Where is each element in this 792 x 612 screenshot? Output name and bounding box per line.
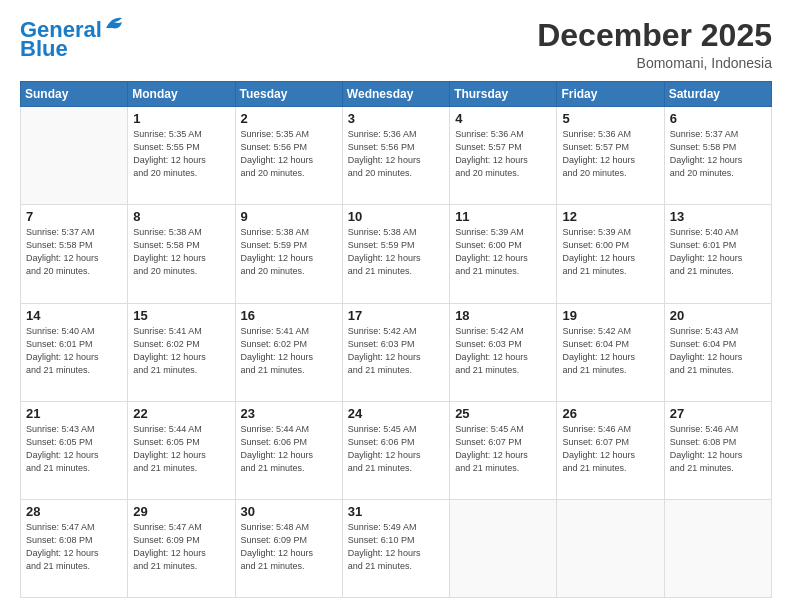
logo-bird-icon: [104, 14, 126, 34]
calendar-cell: 8Sunrise: 5:38 AM Sunset: 5:58 PM Daylig…: [128, 205, 235, 303]
day-info: Sunrise: 5:41 AM Sunset: 6:02 PM Dayligh…: [241, 325, 337, 377]
day-info: Sunrise: 5:36 AM Sunset: 5:56 PM Dayligh…: [348, 128, 444, 180]
day-number: 4: [455, 111, 551, 126]
day-header-saturday: Saturday: [664, 82, 771, 107]
day-info: Sunrise: 5:36 AM Sunset: 5:57 PM Dayligh…: [455, 128, 551, 180]
calendar-cell: 7Sunrise: 5:37 AM Sunset: 5:58 PM Daylig…: [21, 205, 128, 303]
calendar-cell: 24Sunrise: 5:45 AM Sunset: 6:06 PM Dayli…: [342, 401, 449, 499]
calendar-cell: 20Sunrise: 5:43 AM Sunset: 6:04 PM Dayli…: [664, 303, 771, 401]
calendar-cell: 10Sunrise: 5:38 AM Sunset: 5:59 PM Dayli…: [342, 205, 449, 303]
day-number: 5: [562, 111, 658, 126]
calendar-cell: 3Sunrise: 5:36 AM Sunset: 5:56 PM Daylig…: [342, 107, 449, 205]
calendar-cell: 12Sunrise: 5:39 AM Sunset: 6:00 PM Dayli…: [557, 205, 664, 303]
day-info: Sunrise: 5:40 AM Sunset: 6:01 PM Dayligh…: [670, 226, 766, 278]
day-info: Sunrise: 5:38 AM Sunset: 5:58 PM Dayligh…: [133, 226, 229, 278]
location: Bomomani, Indonesia: [537, 55, 772, 71]
day-header-wednesday: Wednesday: [342, 82, 449, 107]
calendar-cell: 15Sunrise: 5:41 AM Sunset: 6:02 PM Dayli…: [128, 303, 235, 401]
calendar-cell: 2Sunrise: 5:35 AM Sunset: 5:56 PM Daylig…: [235, 107, 342, 205]
day-number: 14: [26, 308, 122, 323]
day-number: 23: [241, 406, 337, 421]
day-info: Sunrise: 5:42 AM Sunset: 6:03 PM Dayligh…: [348, 325, 444, 377]
day-number: 21: [26, 406, 122, 421]
header: General Blue December 2025 Bomomani, Ind…: [20, 18, 772, 71]
calendar-cell: [557, 499, 664, 597]
day-info: Sunrise: 5:46 AM Sunset: 6:08 PM Dayligh…: [670, 423, 766, 475]
week-row-5: 28Sunrise: 5:47 AM Sunset: 6:08 PM Dayli…: [21, 499, 772, 597]
week-row-2: 7Sunrise: 5:37 AM Sunset: 5:58 PM Daylig…: [21, 205, 772, 303]
week-row-4: 21Sunrise: 5:43 AM Sunset: 6:05 PM Dayli…: [21, 401, 772, 499]
day-info: Sunrise: 5:37 AM Sunset: 5:58 PM Dayligh…: [26, 226, 122, 278]
calendar-cell: 23Sunrise: 5:44 AM Sunset: 6:06 PM Dayli…: [235, 401, 342, 499]
day-number: 24: [348, 406, 444, 421]
day-number: 25: [455, 406, 551, 421]
calendar-cell: 18Sunrise: 5:42 AM Sunset: 6:03 PM Dayli…: [450, 303, 557, 401]
day-info: Sunrise: 5:44 AM Sunset: 6:05 PM Dayligh…: [133, 423, 229, 475]
day-number: 20: [670, 308, 766, 323]
day-number: 30: [241, 504, 337, 519]
calendar-cell: 21Sunrise: 5:43 AM Sunset: 6:05 PM Dayli…: [21, 401, 128, 499]
page: General Blue December 2025 Bomomani, Ind…: [0, 0, 792, 612]
day-number: 15: [133, 308, 229, 323]
day-number: 12: [562, 209, 658, 224]
calendar-cell: 9Sunrise: 5:38 AM Sunset: 5:59 PM Daylig…: [235, 205, 342, 303]
calendar-header-row: SundayMondayTuesdayWednesdayThursdayFrid…: [21, 82, 772, 107]
day-info: Sunrise: 5:37 AM Sunset: 5:58 PM Dayligh…: [670, 128, 766, 180]
calendar-body: 1Sunrise: 5:35 AM Sunset: 5:55 PM Daylig…: [21, 107, 772, 598]
calendar-table: SundayMondayTuesdayWednesdayThursdayFrid…: [20, 81, 772, 598]
day-info: Sunrise: 5:45 AM Sunset: 6:07 PM Dayligh…: [455, 423, 551, 475]
day-number: 13: [670, 209, 766, 224]
calendar-cell: 28Sunrise: 5:47 AM Sunset: 6:08 PM Dayli…: [21, 499, 128, 597]
logo: General Blue: [20, 18, 126, 60]
calendar-cell: 27Sunrise: 5:46 AM Sunset: 6:08 PM Dayli…: [664, 401, 771, 499]
day-info: Sunrise: 5:46 AM Sunset: 6:07 PM Dayligh…: [562, 423, 658, 475]
calendar-cell: 5Sunrise: 5:36 AM Sunset: 5:57 PM Daylig…: [557, 107, 664, 205]
day-info: Sunrise: 5:41 AM Sunset: 6:02 PM Dayligh…: [133, 325, 229, 377]
day-number: 17: [348, 308, 444, 323]
day-number: 28: [26, 504, 122, 519]
day-info: Sunrise: 5:49 AM Sunset: 6:10 PM Dayligh…: [348, 521, 444, 573]
day-number: 29: [133, 504, 229, 519]
day-info: Sunrise: 5:47 AM Sunset: 6:08 PM Dayligh…: [26, 521, 122, 573]
day-info: Sunrise: 5:38 AM Sunset: 5:59 PM Dayligh…: [241, 226, 337, 278]
day-header-monday: Monday: [128, 82, 235, 107]
day-info: Sunrise: 5:47 AM Sunset: 6:09 PM Dayligh…: [133, 521, 229, 573]
calendar-cell: 16Sunrise: 5:41 AM Sunset: 6:02 PM Dayli…: [235, 303, 342, 401]
day-info: Sunrise: 5:38 AM Sunset: 5:59 PM Dayligh…: [348, 226, 444, 278]
day-info: Sunrise: 5:45 AM Sunset: 6:06 PM Dayligh…: [348, 423, 444, 475]
day-info: Sunrise: 5:42 AM Sunset: 6:03 PM Dayligh…: [455, 325, 551, 377]
calendar-cell: [21, 107, 128, 205]
calendar-cell: 13Sunrise: 5:40 AM Sunset: 6:01 PM Dayli…: [664, 205, 771, 303]
day-number: 22: [133, 406, 229, 421]
calendar-cell: 6Sunrise: 5:37 AM Sunset: 5:58 PM Daylig…: [664, 107, 771, 205]
day-info: Sunrise: 5:40 AM Sunset: 6:01 PM Dayligh…: [26, 325, 122, 377]
day-info: Sunrise: 5:43 AM Sunset: 6:04 PM Dayligh…: [670, 325, 766, 377]
day-info: Sunrise: 5:39 AM Sunset: 6:00 PM Dayligh…: [455, 226, 551, 278]
day-info: Sunrise: 5:35 AM Sunset: 5:56 PM Dayligh…: [241, 128, 337, 180]
calendar-cell: [664, 499, 771, 597]
calendar-cell: 22Sunrise: 5:44 AM Sunset: 6:05 PM Dayli…: [128, 401, 235, 499]
day-number: 3: [348, 111, 444, 126]
calendar-cell: [450, 499, 557, 597]
day-number: 10: [348, 209, 444, 224]
day-number: 19: [562, 308, 658, 323]
day-header-thursday: Thursday: [450, 82, 557, 107]
day-number: 11: [455, 209, 551, 224]
day-number: 31: [348, 504, 444, 519]
day-info: Sunrise: 5:35 AM Sunset: 5:55 PM Dayligh…: [133, 128, 229, 180]
day-number: 27: [670, 406, 766, 421]
day-number: 9: [241, 209, 337, 224]
calendar-cell: 31Sunrise: 5:49 AM Sunset: 6:10 PM Dayli…: [342, 499, 449, 597]
calendar-cell: 1Sunrise: 5:35 AM Sunset: 5:55 PM Daylig…: [128, 107, 235, 205]
calendar-cell: 25Sunrise: 5:45 AM Sunset: 6:07 PM Dayli…: [450, 401, 557, 499]
calendar-cell: 14Sunrise: 5:40 AM Sunset: 6:01 PM Dayli…: [21, 303, 128, 401]
day-info: Sunrise: 5:39 AM Sunset: 6:00 PM Dayligh…: [562, 226, 658, 278]
calendar-cell: 30Sunrise: 5:48 AM Sunset: 6:09 PM Dayli…: [235, 499, 342, 597]
day-info: Sunrise: 5:44 AM Sunset: 6:06 PM Dayligh…: [241, 423, 337, 475]
day-info: Sunrise: 5:48 AM Sunset: 6:09 PM Dayligh…: [241, 521, 337, 573]
day-header-tuesday: Tuesday: [235, 82, 342, 107]
month-title: December 2025: [537, 18, 772, 53]
day-header-friday: Friday: [557, 82, 664, 107]
day-number: 8: [133, 209, 229, 224]
logo-blue: Blue: [20, 38, 68, 60]
